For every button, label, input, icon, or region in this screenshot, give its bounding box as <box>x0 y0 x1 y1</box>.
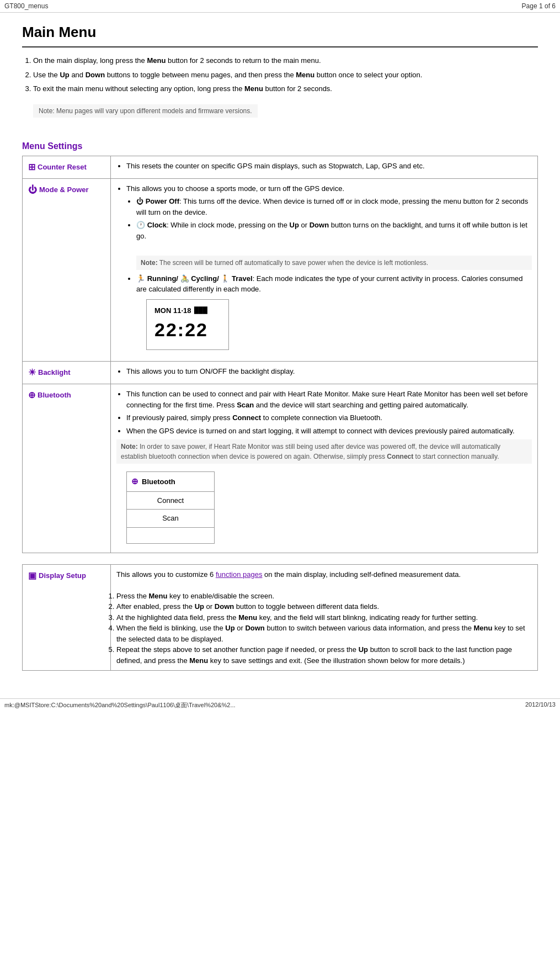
intro-item-1: On the main display, long press the Menu… <box>33 55 538 66</box>
bottom-bar: mk:@MSITStore:C:\Documents%20and%20Setti… <box>0 698 560 712</box>
bt-connect-row: Connect <box>127 492 214 510</box>
bottom-date: 2012/10/13 <box>525 701 556 709</box>
table-row: ⊕ Bluetooth This function can be used to… <box>23 384 538 553</box>
intro-list: On the main display, long press the Menu… <box>33 55 538 94</box>
table-row: ⏻ Mode & Power This allows you to choose… <box>23 178 538 362</box>
section-title: Menu Settings <box>22 141 538 151</box>
doc-title: GT800_menus <box>4 2 48 10</box>
backlight-label: ☀ Backlight <box>23 362 111 384</box>
backlight-icon: ☀ <box>28 366 36 379</box>
main-content: Main Menu On the main display, long pres… <box>0 13 560 693</box>
table-row: ☀ Backlight This allows you to turn ON/O… <box>23 362 538 384</box>
bt-header-label: Bluetooth <box>142 476 175 487</box>
mode-power-label: ⏻ Mode & Power <box>23 178 111 362</box>
display-setup-content: This allows you to customize 6 function … <box>111 564 538 671</box>
travel-icon: 🚶 <box>221 274 230 283</box>
bluetooth-icon: ⊕ <box>28 389 35 402</box>
function-pages-link[interactable]: function pages <box>216 570 263 579</box>
display-setup-label: ▣ Display Setup <box>23 564 111 671</box>
intro-item-2: Use the Up and Down buttons to toggle be… <box>33 70 538 81</box>
running-icon: 🏃 <box>136 274 145 283</box>
menu-table: ⊞ Counter Reset This resets the counter … <box>22 156 538 553</box>
cycling-icon: 🚴 <box>180 274 189 283</box>
bluetooth-display: ⊕ Bluetooth Connect Scan <box>126 471 215 544</box>
table-row: ▣ Display Setup This allows you to custo… <box>23 564 538 671</box>
mode-power-content: This allows you to choose a sports mode,… <box>111 178 538 362</box>
clock-date: MON 11·18 <box>154 305 191 316</box>
display-setup-list: Press the Menu key to enable/disable the… <box>116 591 532 666</box>
clock-icon: 🕐 <box>136 221 145 229</box>
display-setup-table: ▣ Display Setup This allows you to custo… <box>22 564 538 671</box>
clock-battery: ▉▉▉ <box>194 306 207 315</box>
table-row: ⊞ Counter Reset This resets the counter … <box>23 156 538 178</box>
bt-header-icon: ⊕ <box>131 475 138 488</box>
power-off-icon: ⏻ <box>136 197 143 205</box>
bluetooth-label: ⊕ Bluetooth <box>23 384 111 553</box>
bt-empty-row <box>127 528 214 543</box>
bottom-path: mk:@MSITStore:C:\Documents%20and%20Setti… <box>4 701 236 709</box>
intro-note: Note: Menu pages will vary upon differen… <box>33 104 258 118</box>
bluetooth-content: This function can be used to connect and… <box>111 384 538 553</box>
intro-item-3: To exit the main menu without selecting … <box>33 83 538 94</box>
bt-scan-row: Scan <box>127 510 214 528</box>
counter-reset-icon: ⊞ <box>28 161 35 174</box>
display-setup-icon: ▣ <box>28 569 36 582</box>
top-bar: GT800_menus Page 1 of 6 <box>0 0 560 13</box>
clock-display: MON 11·18 ▉▉▉ 22:22 <box>146 299 229 351</box>
counter-reset-label: ⊞ Counter Reset <box>23 156 111 178</box>
page-title: Main Menu <box>22 24 538 41</box>
mode-power-note: Note: The screen will be turned off auto… <box>136 256 532 270</box>
clock-time: 22:22 <box>154 316 221 344</box>
title-divider <box>22 46 538 47</box>
counter-reset-content: This resets the counter on specific GPS … <box>111 156 538 178</box>
bt-header: ⊕ Bluetooth <box>127 472 214 492</box>
backlight-content: This allows you to turn ON/OFF the backl… <box>111 362 538 384</box>
mode-power-icon: ⏻ <box>28 183 37 197</box>
bluetooth-note: Note: In order to save power, if Heart R… <box>116 439 532 464</box>
page-indicator: Page 1 of 6 <box>522 2 556 10</box>
